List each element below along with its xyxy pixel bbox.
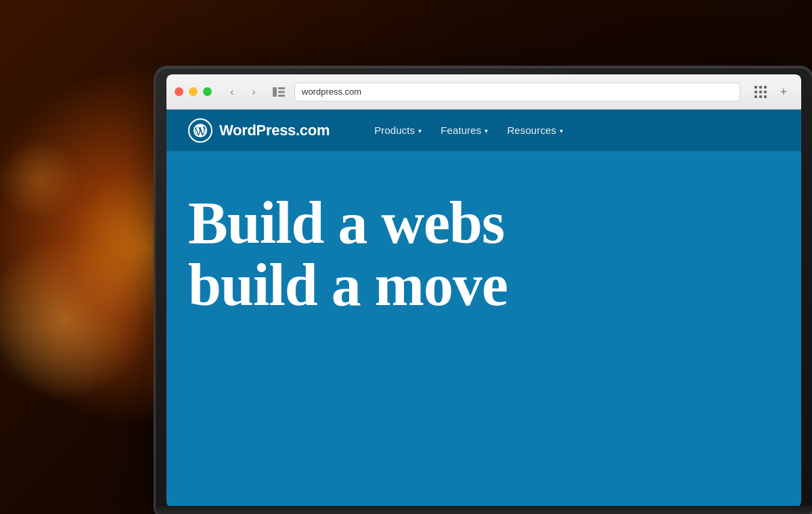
svg-rect-0 [273,87,277,97]
grid-icon [754,86,767,98]
address-bar[interactable]: wordpress.com [294,83,740,101]
wordpress-icon [193,123,208,138]
back-icon: ‹ [230,86,233,98]
laptop-bottom-bar [156,506,812,514]
back-button[interactable]: ‹ [223,83,242,101]
browser-close-button[interactable] [175,87,183,96]
browser-minimize-button[interactable] [189,87,198,96]
browser-action-buttons: + [751,83,793,101]
hero-line-2: build a move [188,254,780,317]
sidebar-icon [273,87,285,97]
nav-products-label: Products [374,124,415,136]
forward-icon: › [252,86,255,98]
url-text: wordpress.com [302,87,361,97]
resources-chevron-icon: ▾ [560,127,563,135]
browser-maximize-button[interactable] [203,87,212,96]
wp-hero-text: Build a webs build a move [188,192,780,317]
new-tab-button[interactable]: + [774,83,793,101]
nav-item-features[interactable]: Features ▾ [434,120,495,140]
wp-navbar: WordPress.com Products ▾ Features ▾ Reso… [166,110,801,151]
wp-brand-name: WordPress.com [219,122,330,139]
svg-rect-2 [278,91,285,93]
nav-item-resources[interactable]: Resources ▾ [500,120,570,140]
nav-resources-label: Resources [507,124,556,136]
nav-features-label: Features [441,124,481,136]
svg-rect-1 [278,87,285,89]
browser-navigation: ‹ › [223,83,289,101]
products-chevron-icon: ▾ [418,127,422,135]
wp-hero-section: Build a webs build a move [166,151,801,317]
features-chevron-icon: ▾ [484,127,488,135]
browser-chrome: ‹ › wordpress.com [166,74,801,110]
forward-button[interactable]: › [244,83,263,101]
sidebar-toggle-button[interactable] [269,83,289,101]
webpage-content: WordPress.com Products ▾ Features ▾ Reso… [166,110,801,507]
wp-logo-icon [188,118,212,143]
wp-nav-items: Products ▾ Features ▾ Resources ▾ [367,120,570,140]
plus-icon: + [780,86,788,98]
screen-bezel: ‹ › wordpress.com [166,74,801,507]
nav-item-products[interactable]: Products ▾ [367,120,428,140]
grid-button[interactable] [751,83,770,101]
svg-rect-3 [278,95,285,97]
hero-line-1: Build a webs [188,192,780,254]
laptop-device: ‹ › wordpress.com [156,68,812,514]
wp-logo[interactable]: WordPress.com [188,118,330,143]
